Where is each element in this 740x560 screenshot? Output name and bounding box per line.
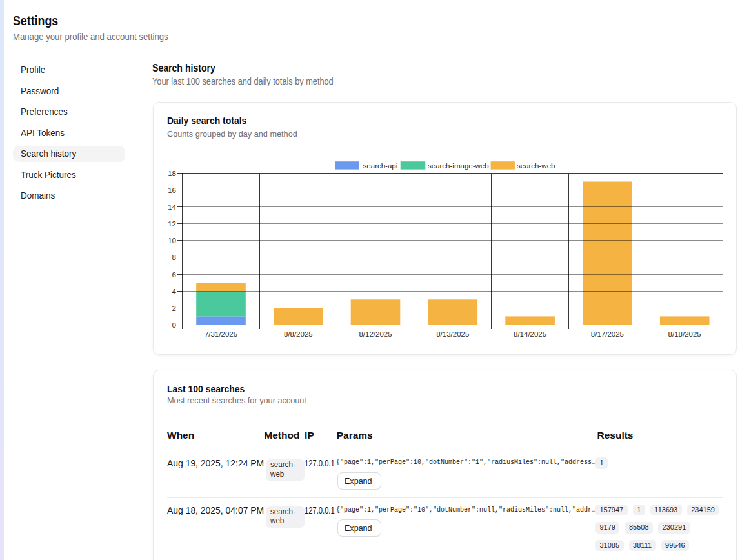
svg-text:4: 4 — [172, 288, 177, 295]
svg-text:search-image-web: search-image-web — [428, 162, 489, 170]
svg-text:8/17/2025: 8/17/2025 — [591, 330, 624, 338]
svg-text:search-api: search-api — [363, 162, 398, 170]
svg-text:12: 12 — [168, 220, 176, 228]
svg-text:8/8/2025: 8/8/2025 — [284, 330, 313, 338]
svg-text:18: 18 — [168, 170, 176, 177]
svg-text:8/18/2025: 8/18/2025 — [668, 330, 701, 338]
svg-text:search-web: search-web — [517, 162, 555, 170]
svg-text:14: 14 — [168, 203, 176, 211]
svg-text:8/13/2025: 8/13/2025 — [436, 330, 469, 338]
svg-text:16: 16 — [168, 186, 176, 194]
svg-text:7/31/2025: 7/31/2025 — [205, 330, 237, 338]
svg-text:10: 10 — [168, 237, 176, 245]
svg-text:8: 8 — [172, 254, 176, 261]
svg-text:0: 0 — [172, 321, 176, 329]
svg-text:8/14/2025: 8/14/2025 — [514, 330, 546, 338]
svg-text:6: 6 — [172, 271, 176, 279]
svg-text:8/12/2025: 8/12/2025 — [359, 330, 392, 338]
svg-text:2: 2 — [172, 305, 176, 312]
